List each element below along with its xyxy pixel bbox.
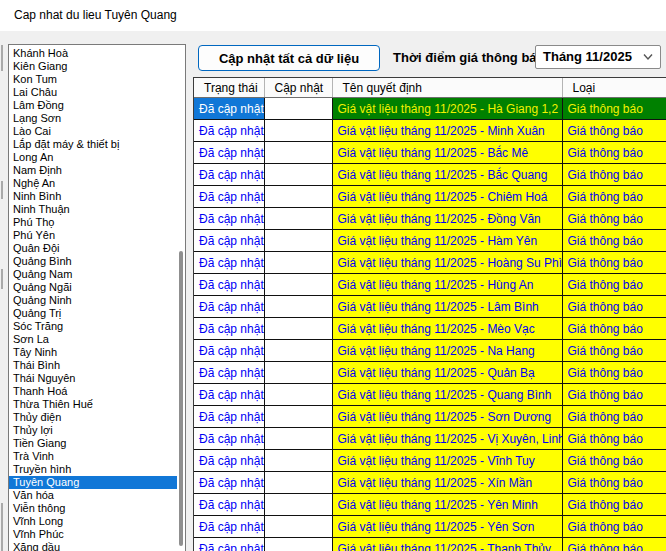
grid-row[interactable]: Đã cập nhậtGiá vật liệu tháng 11/2025 - … [194,516,666,538]
grid-row[interactable]: Đã cập nhậtGiá vật liệu tháng 11/2025 - … [194,98,666,120]
grid-cell-updated[interactable] [264,186,332,208]
grid-cell-status[interactable]: Đã cập nhật [194,98,264,120]
province-list-item[interactable]: Phú Yên [9,229,177,242]
grid-cell-updated[interactable] [264,208,332,230]
grid-cell-status[interactable]: Đã cập nhật [194,164,264,186]
grid-row[interactable]: Đã cập nhậtGiá vật liệu tháng 11/2025 - … [194,472,666,494]
grid-cell-name[interactable]: Giá vật liệu tháng 11/2025 - Thanh Thủy [332,538,562,551]
grid-row[interactable]: Đã cập nhậtGiá vật liệu tháng 11/2025 - … [194,428,666,450]
grid-cell-updated[interactable] [264,340,332,362]
grid-cell-status[interactable]: Đã cập nhật [194,384,264,406]
grid-cell-updated[interactable] [264,230,332,252]
grid-cell-name[interactable]: Giá vật liệu tháng 11/2025 - Sơn Dương [332,406,562,428]
grid-cell-name[interactable]: Giá vật liệu tháng 11/2025 - Xín Mần [332,472,562,494]
grid-column-header[interactable]: Loại [562,78,666,98]
grid-cell-type[interactable]: Giá thông báo [562,164,666,186]
grid-cell-updated[interactable] [264,164,332,186]
grid-cell-updated[interactable] [264,538,332,551]
province-list-item[interactable]: Lạng Sơn [9,112,177,125]
grid-cell-status[interactable]: Đã cập nhật [194,428,264,450]
grid-cell-type[interactable]: Giá thông báo [562,428,666,450]
grid-row[interactable]: Đã cập nhậtGiá vật liệu tháng 11/2025 - … [194,142,666,164]
province-list-item[interactable]: Kiên Giang [9,60,177,73]
grid-cell-updated[interactable] [264,406,332,428]
grid-cell-updated[interactable] [264,142,332,164]
province-list-item[interactable]: Thanh Hoá [9,385,177,398]
grid-cell-status[interactable]: Đã cập nhật [194,516,264,538]
grid-cell-status[interactable]: Đã cập nhật [194,230,264,252]
province-list-item[interactable]: Nghệ An [9,177,177,190]
province-list-item[interactable]: Quân Đội [9,242,177,255]
province-list-item[interactable]: Vĩnh Phúc [9,528,177,541]
grid-cell-updated[interactable] [264,384,332,406]
grid-cell-type[interactable]: Giá thông báo [562,120,666,142]
province-list-item[interactable]: Truyền hình [9,463,177,476]
province-list-item[interactable]: Xăng dầu [9,541,177,551]
grid-cell-name[interactable]: Giá vật liệu tháng 11/2025 - Vị Xuyên, L… [332,428,562,450]
province-list-item[interactable]: Sơn La [9,333,177,346]
province-list-scrollbar-thumb[interactable] [179,251,183,546]
grid-cell-name[interactable]: Giá vật liệu tháng 11/2025 - Yên Minh [332,494,562,516]
grid-cell-type[interactable]: Giá thông báo [562,208,666,230]
grid-cell-type[interactable]: Giá thông báo [562,362,666,384]
grid-cell-name[interactable]: Giá vật liệu tháng 11/2025 - Chiêm Hoá [332,186,562,208]
grid-cell-name[interactable]: Giá vật liệu tháng 11/2025 - Yên Sơn [332,516,562,538]
province-list-item[interactable]: Tiền Giang [9,437,177,450]
grid-cell-updated[interactable] [264,274,332,296]
grid-row[interactable]: Đã cập nhậtGiá vật liệu tháng 11/2025 - … [194,362,666,384]
province-list-item[interactable]: Thái Nguyên [9,372,177,385]
grid-cell-name[interactable]: Giá vật liệu tháng 11/2025 - Bắc Quang [332,164,562,186]
grid-row[interactable]: Đã cập nhậtGiá vật liệu tháng 11/2025 - … [194,252,666,274]
grid-cell-name[interactable]: Giá vật liệu tháng 11/2025 - Hàm Yên [332,230,562,252]
grid-cell-name[interactable]: Giá vật liệu tháng 11/2025 - Na Hang [332,340,562,362]
grid-row[interactable]: Đã cập nhậtGiá vật liệu tháng 11/2025 - … [194,340,666,362]
province-list-item[interactable]: Văn hóa [9,489,177,502]
province-list-item[interactable]: Tuyên Quang [9,476,177,489]
grid-row[interactable]: Đã cập nhậtGiá vật liệu tháng 11/2025 - … [194,318,666,340]
grid-cell-updated[interactable] [264,472,332,494]
grid-row[interactable]: Đã cập nhậtGiá vật liệu tháng 11/2025 - … [194,450,666,472]
province-list-item[interactable]: Viễn thông [9,502,177,515]
grid-cell-type[interactable]: Giá thông báo [562,340,666,362]
grid-cell-updated[interactable] [264,296,332,318]
province-list-item[interactable]: Trà Vinh [9,450,177,463]
grid-cell-status[interactable]: Đã cập nhật [194,186,264,208]
grid-cell-updated[interactable] [264,516,332,538]
grid-row[interactable]: Đã cập nhậtGiá vật liệu tháng 11/2025 - … [194,120,666,142]
grid-cell-status[interactable]: Đã cập nhật [194,296,264,318]
province-list-item[interactable]: Lắp đặt máy & thiết bị [9,138,177,151]
grid-cell-status[interactable]: Đã cập nhật [194,120,264,142]
grid-cell-status[interactable]: Đã cập nhật [194,252,264,274]
period-combobox[interactable]: Tháng 11/2025 [535,45,661,69]
province-list-item[interactable]: Vĩnh Long [9,515,177,528]
grid-cell-name[interactable]: Giá vật liệu tháng 11/2025 - Minh Xuân [332,120,562,142]
province-list-item[interactable]: Quảng Ngãi [9,281,177,294]
grid-cell-status[interactable]: Đã cập nhật [194,142,264,164]
grid-cell-name[interactable]: Giá vật liệu tháng 11/2025 - Quang Bình [332,384,562,406]
grid-cell-type[interactable]: Giá thông báo [562,406,666,428]
grid-row[interactable]: Đã cập nhậtGiá vật liệu tháng 11/2025 - … [194,538,666,551]
grid-cell-type[interactable]: Giá thông báo [562,230,666,252]
grid-cell-status[interactable]: Đã cập nhật [194,340,264,362]
grid-cell-type[interactable]: Giá thông báo [562,252,666,274]
grid-cell-type[interactable]: Giá thông báo [562,494,666,516]
grid-cell-type[interactable]: Giá thông báo [562,274,666,296]
grid-row[interactable]: Đã cập nhậtGiá vật liệu tháng 11/2025 - … [194,230,666,252]
grid-cell-type[interactable]: Giá thông báo [562,142,666,164]
grid-column-header[interactable]: Tên quyết định [332,78,562,98]
grid-row[interactable]: Đã cập nhậtGiá vật liệu tháng 11/2025 - … [194,296,666,318]
province-list-item[interactable]: Quảng Nam [9,268,177,281]
grid-cell-status[interactable]: Đã cập nhật [194,362,264,384]
grid-cell-updated[interactable] [264,98,332,120]
province-list-item[interactable]: Thủy lợi [9,424,177,437]
grid-cell-type[interactable]: Giá thông báo [562,296,666,318]
grid-column-header[interactable]: Trạng thái [194,78,264,98]
province-list-item[interactable]: Long An [9,151,177,164]
grid-cell-status[interactable]: Đã cập nhật [194,406,264,428]
province-list-item[interactable]: Kon Tum [9,73,177,86]
province-list-item[interactable]: Lai Châu [9,86,177,99]
province-list-item[interactable]: Lào Cai [9,125,177,138]
province-list-item[interactable]: Tây Ninh [9,346,177,359]
province-list-item[interactable]: Ninh Bình [9,190,177,203]
grid-cell-name[interactable]: Giá vật liệu tháng 11/2025 - Hà Giang 1,… [332,98,562,120]
